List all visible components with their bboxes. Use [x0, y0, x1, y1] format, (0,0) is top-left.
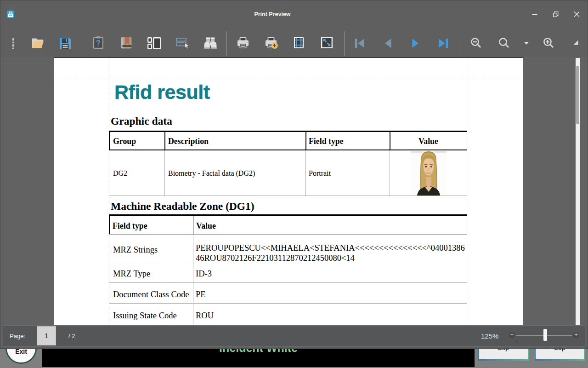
svg-text:?: ? [96, 39, 101, 47]
